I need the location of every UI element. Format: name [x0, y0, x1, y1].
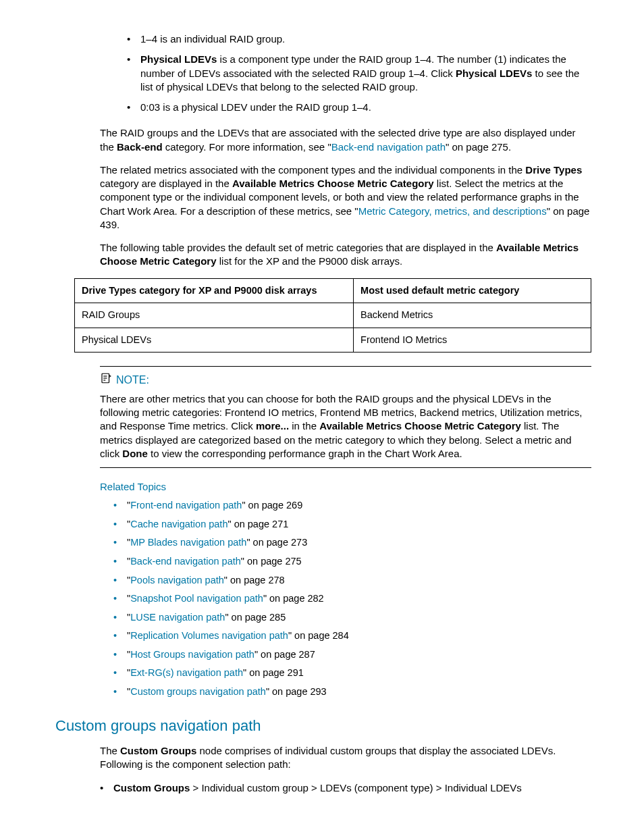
intro-bullet-list: 1–4 is an individual RAID group. Physica…	[100, 32, 591, 114]
text: 1–4 is an individual RAID group.	[140, 33, 285, 45]
text-bold: Custom Groups	[120, 745, 196, 756]
related-link[interactable]: Pools navigation path	[130, 575, 224, 585]
text: The related metrics associated with the …	[100, 164, 525, 176]
backend-nav-link[interactable]: Back-end navigation path	[331, 141, 446, 153]
text-bold: Physical LDEVs	[140, 53, 217, 65]
list-item: "Replication Volumes navigation path" on…	[113, 629, 591, 643]
text: 0:03 is a physical LDEV under the RAID g…	[140, 101, 371, 113]
note-label: NOTE:	[116, 373, 149, 388]
text-bold: Custom Groups	[113, 782, 190, 793]
list-item: "LUSE navigation path" on page 285	[113, 611, 591, 625]
text-bold: Drive Types	[525, 164, 582, 176]
list-item: "Snapshot Pool navigation path" on page …	[113, 592, 591, 606]
related-link[interactable]: Snapshot Pool navigation path	[130, 593, 263, 604]
related-link[interactable]: Host Groups navigation path	[130, 649, 254, 660]
table-header-row: Drive Types category for XP and P9000 di…	[75, 278, 591, 303]
metric-category-link[interactable]: Metric Category, metrics, and descriptio…	[358, 205, 547, 217]
note-body: There are other metrics that you can cho…	[100, 392, 591, 461]
list-item: "Custom groups navigation path" on page …	[113, 685, 591, 699]
list-item: "Ext-RG(s) navigation path" on page 291	[113, 667, 591, 680]
related-link[interactable]: Back-end navigation path	[130, 556, 241, 567]
list-item: "Cache navigation path" on page 271	[113, 518, 591, 531]
text: to view the corresponding performance gr…	[148, 448, 462, 459]
text: category are displayed in the	[100, 178, 232, 189]
related-topics-heading: Related Topics	[100, 480, 591, 494]
paragraph-backend: The RAID groups and the LDEVs that are a…	[100, 126, 591, 154]
related-link[interactable]: Cache navigation path	[130, 519, 227, 529]
related-link[interactable]: Replication Volumes navigation path	[130, 630, 288, 641]
paragraph-table-intro: The following table provides the default…	[100, 241, 591, 269]
text-bold: Available Metrics Choose Metric Category	[232, 178, 434, 189]
table-cell: Backend Metrics	[354, 303, 591, 328]
list-item: 1–4 is an individual RAID group.	[127, 32, 591, 46]
text: list for the XP and the P9000 disk array…	[217, 255, 403, 267]
related-link[interactable]: Custom groups navigation path	[130, 686, 266, 697]
note-icon	[100, 372, 116, 388]
list-item: "Pools navigation path" on page 278	[113, 574, 591, 588]
table-header: Most used default metric category	[354, 278, 591, 303]
text-bold: Physical LDEVs	[456, 68, 532, 79]
text: The	[100, 745, 120, 756]
note-box: NOTE: There are other metrics that you c…	[100, 366, 591, 468]
list-item: Custom Groups > Individual custom group …	[100, 781, 591, 795]
note-heading: NOTE:	[100, 372, 591, 388]
list-item: 0:03 is a physical LDEV under the RAID g…	[127, 101, 591, 114]
list-item: "Back-end navigation path" on page 275	[113, 555, 591, 569]
text-bold: more...	[256, 420, 289, 432]
text-bold: Available Metrics Choose Metric Category	[319, 420, 521, 432]
list-item: "MP Blades navigation path" on page 273	[113, 536, 591, 550]
text: The following table provides the default…	[100, 242, 496, 253]
table-row: Physical LDEVs Frontend IO Metrics	[75, 328, 591, 353]
related-link[interactable]: Front-end navigation path	[130, 500, 242, 511]
text: in the	[289, 420, 319, 432]
section-heading: Custom groups navigation path	[55, 716, 591, 736]
text-bold: Done	[122, 448, 148, 459]
text: > Individual custom group > LDEVs (compo…	[190, 782, 522, 793]
related-link[interactable]: LUSE navigation path	[130, 612, 225, 623]
related-topics-list: "Front-end navigation path" on page 269 …	[74, 499, 591, 698]
table-cell: Physical LDEVs	[75, 328, 354, 353]
list-item: "Host Groups navigation path" on page 28…	[113, 648, 591, 662]
list-item: Physical LDEVs is a component type under…	[127, 53, 591, 94]
table-cell: Frontend IO Metrics	[354, 328, 591, 353]
table-header: Drive Types category for XP and P9000 di…	[75, 278, 354, 303]
metric-category-table: Drive Types category for XP and P9000 di…	[74, 278, 591, 353]
text: " on page 275.	[446, 141, 511, 153]
text: category. For more information, see "	[163, 141, 331, 153]
paragraph-metrics: The related metrics associated with the …	[100, 163, 591, 232]
table-cell: RAID Groups	[75, 303, 354, 328]
section-paragraph: The Custom Groups node comprises of indi…	[100, 744, 591, 772]
text-bold: Back-end	[117, 141, 163, 153]
related-link[interactable]: Ext-RG(s) navigation path	[130, 667, 243, 678]
list-item: "Front-end navigation path" on page 269	[113, 499, 591, 513]
related-link[interactable]: MP Blades navigation path	[130, 537, 246, 548]
table-row: RAID Groups Backend Metrics	[75, 303, 591, 328]
section-bullet-list: Custom Groups > Individual custom group …	[100, 781, 591, 795]
